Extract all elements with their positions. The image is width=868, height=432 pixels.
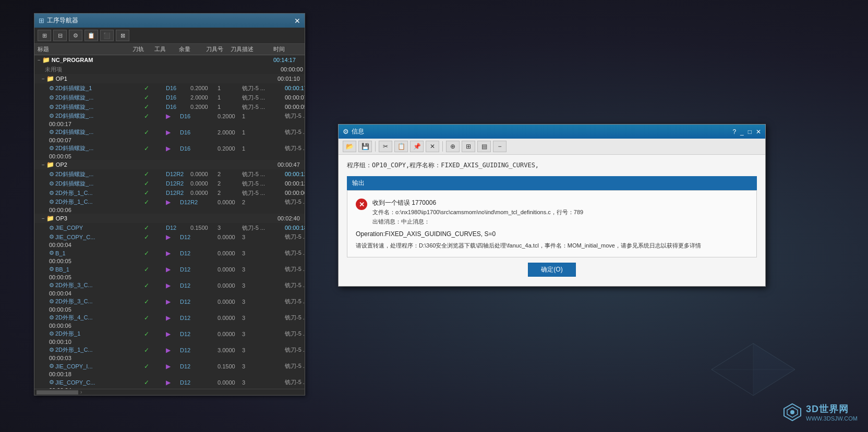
col-desc-header: 刀具描述 — [231, 45, 272, 53]
row-name: 未用项 — [45, 66, 62, 73]
table-row[interactable]: ⚙ JIE_COPY ✓ D12 0.1500 3 铣刀-5 ... 00:00… — [34, 223, 305, 232]
expand-icon[interactable]: − — [38, 57, 41, 63]
info-help-button[interactable]: ? — [732, 128, 736, 135]
info-tool-layout[interactable]: ▤ — [477, 141, 491, 152]
table-row[interactable]: ⚙ 2D外形_1_C... ✓ ▶ D12R2 0.0000 2 铣刀-5 ..… — [34, 198, 305, 214]
table-row[interactable]: − 📁 OP2 00:00:47 — [34, 160, 305, 169]
table-row[interactable]: ⚙ 2D斜插螺旋_... ✓ D16 0.2000 1 铣刀-5 ... 00:… — [34, 102, 305, 112]
row-time: 00:00:05 — [49, 258, 143, 264]
nav-table-body[interactable]: − 📁 NC_PROGRAM 00:14:17 未用项 00:00:00 — [34, 55, 305, 389]
row-name: 2D外形_1 — [55, 330, 80, 338]
row-qty: 2.0000 — [190, 94, 216, 101]
row-num: 3 — [242, 234, 284, 240]
table-row[interactable]: ⚙ 2D斜插螺旋_1 ✓ D16 0.2000 1 铣刀-5 ... 00:00… — [34, 83, 305, 93]
row-desc: 铣刀-5 ... — [285, 233, 305, 241]
watermark: 3D世界网 WWW.3DSJW.COM — [783, 403, 858, 422]
info-tool-minus[interactable]: − — [493, 141, 507, 152]
nav-close-button[interactable]: ✕ — [294, 17, 300, 24]
watermark-icon — [783, 403, 802, 422]
folder-icon: 📁 — [46, 215, 54, 222]
info-title-text: 信息 — [352, 127, 364, 136]
row-tool: D16 — [166, 85, 189, 91]
info-tool-grid[interactable]: ⊞ — [462, 141, 475, 152]
row-qty: 0.0000 — [218, 379, 241, 386]
info-ok-button[interactable]: 确定(O) — [528, 263, 575, 277]
row-name: B_1 — [55, 250, 66, 256]
row-name: 2D斜插螺旋_... — [55, 170, 93, 178]
expand-icon[interactable]: − — [42, 76, 45, 82]
nav-hscroll-thumb[interactable] — [37, 390, 78, 394]
row-tool: D16 — [180, 145, 216, 152]
watermark-brand: 3D世界网 — [806, 403, 858, 415]
row-check: ✓ — [144, 189, 165, 196]
table-row[interactable]: − 📁 OP1 00:01:10 — [34, 74, 305, 83]
error-file: 文件名：o:\nx1980\ip1700\src\camsmom\no\ind\… — [372, 208, 583, 217]
table-row[interactable]: ⚙ JIE_COPY_I... ✓ ▶ D12 0.1500 3 铣刀-5 ..… — [34, 362, 305, 378]
info-tool-copy[interactable]: 📋 — [394, 141, 408, 152]
row-check: ✓ — [144, 103, 165, 110]
nav-tool-btn-5[interactable]: ⬛ — [100, 30, 114, 41]
row-num: 1 — [218, 85, 241, 91]
expand-icon[interactable]: − — [42, 216, 45, 221]
table-row[interactable]: ⚙ JIE_COPY_C... ✓ ▶ D12 0.0000 3 铣刀-5 ..… — [34, 232, 305, 249]
row-name: 2D斜插螺旋_... — [55, 112, 93, 120]
col-label-header: 标题 — [38, 45, 131, 53]
table-row[interactable]: ⚙ 2D外形_1_C... ✓ D12R2 0.0000 2 铣刀-5 ... … — [34, 188, 305, 198]
row-desc: 铣刀-5 ... — [285, 314, 305, 322]
table-row[interactable]: ⚙ 2D斜插螺旋_... ✓ ▶ D16 0.2000 1 铣刀-5 ... 0… — [34, 112, 305, 128]
table-row[interactable]: ⚙ B_1 ✓ ▶ D12 0.0000 3 铣刀-5 ... 00:00:05 — [34, 249, 305, 265]
info-close-button[interactable]: ✕ — [756, 128, 761, 135]
info-tool-add[interactable]: ⊕ — [446, 141, 460, 152]
table-row[interactable]: ⚙ JIE_COPY_C... ✓ ▶ D12 0.0000 3 铣刀-5 ..… — [34, 378, 305, 389]
info-maximize-button[interactable]: □ — [748, 128, 752, 135]
table-row[interactable]: − 📁 NC_PROGRAM 00:14:17 — [34, 55, 305, 65]
table-row[interactable]: ⚙ 2D斜插螺旋_... ✓ ▶ D16 0.2000 1 铣刀-5 ... 0… — [34, 144, 305, 160]
info-tool-paste[interactable]: 📌 — [410, 141, 424, 152]
expand-icon[interactable]: − — [42, 162, 45, 168]
row-name: 2D斜插螺旋_... — [55, 180, 93, 188]
table-row[interactable]: ⚙ 2D外形_3_C... ✓ ▶ D12 0.0000 3 铣刀-5 ... … — [34, 297, 305, 313]
info-tool-delete[interactable]: ✕ — [426, 141, 439, 152]
row-time: 00:00:03 — [49, 355, 143, 361]
row-check: ✓ — [144, 129, 165, 136]
table-row[interactable]: ⚙ 2D外形_3_C... ✓ ▶ D12 0.0000 3 铣刀-5 ... … — [34, 281, 305, 297]
row-name: BB_1 — [55, 266, 69, 273]
table-row[interactable]: ⚙ 2D斜插螺旋_... ✓ D16 2.0000 1 铣刀-5 ... 00:… — [34, 93, 305, 102]
svg-point-6 — [790, 410, 794, 414]
row-tool: D16 — [166, 94, 189, 101]
nav-tool-btn-3[interactable]: ⚙ — [69, 30, 82, 41]
table-row[interactable]: ⚙ 2D外形_1_C... ✓ ▶ D12 3.0000 3 铣刀-5 ... … — [34, 345, 305, 362]
table-row[interactable]: − 📁 OP3 00:02:40 — [34, 214, 305, 223]
row-desc: 铣刀-5 ... — [242, 180, 284, 188]
table-row[interactable]: 未用项 00:00:00 — [34, 65, 305, 74]
row-tool: D12 — [166, 225, 189, 231]
table-row[interactable]: ⚙ 2D斜插螺旋_... ✓ D12R2 0.0000 2 铣刀-5 ... 0… — [34, 169, 305, 179]
table-row[interactable]: ⚙ 2D外形_1 ✓ ▶ D12 0.0000 3 铣刀-5 ... 00:00… — [34, 329, 305, 345]
row-name: JIE_COPY_C... — [55, 234, 95, 240]
row-tool: D12 — [180, 315, 216, 321]
nav-tool-btn-2[interactable]: ⊟ — [53, 30, 67, 41]
info-tool-open[interactable]: 📂 — [343, 141, 356, 152]
row-num: 3 — [242, 331, 284, 337]
row-check: ✓ — [144, 314, 165, 322]
row-tool: D12 — [180, 363, 216, 369]
table-row[interactable]: ⚙ 2D外形_4_C... ✓ ▶ D12 0.0000 3 铣刀-5 ... … — [34, 313, 305, 329]
info-minimize-button[interactable]: _ — [740, 128, 744, 135]
table-row[interactable]: ⚙ 2D斜插螺旋_... ✓ ▶ D16 2.0000 1 铣刀-5 ... 0… — [34, 128, 305, 144]
row-tool: D12R2 — [166, 180, 189, 187]
row-name: 2D斜插螺旋_1 — [55, 84, 92, 92]
nav-tool-btn-4[interactable]: 📋 — [85, 30, 98, 41]
nav-tool-btn-6[interactable]: ⊠ — [116, 30, 129, 41]
row-tool: D12R2 — [166, 171, 189, 177]
nav-horizontal-scrollbar[interactable]: › — [34, 389, 305, 395]
row-desc: 铣刀-5 ... — [285, 330, 305, 338]
row-check: ✓ — [144, 250, 165, 257]
folder-icon: 📁 — [46, 161, 54, 168]
info-tool-cut[interactable]: ✂ — [379, 141, 392, 152]
row-name: 2D斜插螺旋_... — [55, 94, 93, 102]
table-row[interactable]: ⚙ 2D斜插螺旋_... ✓ D12R2 0.0000 2 铣刀-5 ... 0… — [34, 179, 305, 188]
info-tool-save[interactable]: 💾 — [358, 141, 372, 152]
nav-tool-btn-1[interactable]: ⊞ — [38, 30, 51, 41]
nav-title-text: 工序导航器 — [47, 16, 78, 25]
table-row[interactable]: ⚙ BB_1 ✓ ▶ D12 0.0000 3 铣刀-5 ... 00:00:0… — [34, 265, 305, 281]
